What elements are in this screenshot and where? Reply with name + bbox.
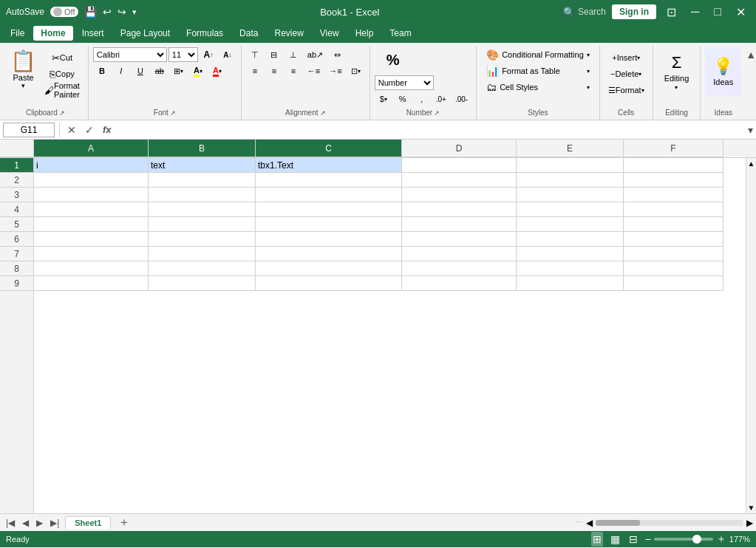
font-expander[interactable]: ↗ (170, 109, 176, 117)
editing-button[interactable]: Σ Editing ▾ (658, 47, 696, 96)
delete-button[interactable]: − Delete ▾ (605, 66, 648, 81)
cell-reference-input[interactable] (3, 123, 55, 137)
col-header-c[interactable]: C (256, 140, 402, 157)
cell-e6[interactable] (517, 232, 624, 247)
right-align-button[interactable]: ≡ (285, 64, 302, 78)
signin-button[interactable]: Sign in (612, 4, 656, 19)
scroll-down-button[interactable]: ▼ (746, 502, 756, 513)
cell-b1[interactable]: text (149, 158, 256, 173)
row-number-5[interactable]: 5 (0, 217, 33, 232)
format-button[interactable]: ☰ Format ▾ (605, 83, 648, 97)
redo-icon[interactable]: ↪ (118, 6, 126, 18)
cell-a4[interactable] (34, 202, 149, 217)
tab-next-button[interactable]: ▶ (33, 516, 46, 530)
formula-input[interactable] (118, 123, 745, 137)
cell-e3[interactable] (517, 188, 624, 202)
cell-b3[interactable] (149, 188, 256, 202)
search-bar[interactable]: 🔍 Search (563, 7, 606, 18)
bottom-align-button[interactable]: ⊥ (285, 47, 302, 62)
cell-a8[interactable] (34, 261, 149, 276)
menu-file[interactable]: File (3, 26, 32, 41)
cell-a3[interactable] (34, 188, 149, 202)
cell-f7[interactable] (624, 247, 723, 261)
clipboard-expander[interactable]: ↗ (59, 109, 65, 117)
row-number-1[interactable]: 1 (0, 158, 33, 173)
wrap-text-button[interactable]: ⇔ (328, 47, 346, 62)
horizontal-scroll-track[interactable] (596, 520, 743, 526)
close-icon[interactable]: ✕ (732, 4, 750, 21)
underline-button[interactable]: U (132, 64, 149, 78)
corner-select-all[interactable] (0, 140, 34, 157)
ideas-button[interactable]: 💡 Ideas (705, 47, 741, 96)
cell-a2[interactable] (34, 173, 149, 188)
top-align-button[interactable]: ⊤ (246, 47, 264, 62)
cell-d9[interactable] (402, 276, 517, 291)
row-number-4[interactable]: 4 (0, 202, 33, 217)
font-name-select[interactable]: Calibri (93, 47, 167, 62)
zoom-slider-thumb[interactable] (692, 535, 701, 544)
quick-access-more[interactable]: ▾ (132, 7, 137, 17)
cell-e4[interactable] (517, 202, 624, 217)
cell-c9[interactable] (256, 276, 402, 291)
save-icon[interactable]: 💾 (84, 6, 97, 18)
zoom-slider[interactable] (654, 538, 713, 541)
cell-f5[interactable] (624, 217, 723, 232)
cell-f3[interactable] (624, 188, 723, 202)
orientation-button[interactable]: ab↗ (304, 47, 327, 62)
row-number-2[interactable]: 2 (0, 173, 33, 188)
zoom-level[interactable]: 177% (729, 535, 750, 544)
font-size-select[interactable]: 11 (168, 47, 198, 62)
col-header-a[interactable]: A (34, 140, 149, 157)
cell-a1[interactable]: i (34, 158, 149, 173)
cell-a6[interactable] (34, 232, 149, 247)
cell-a7[interactable] (34, 247, 149, 261)
alignment-expander[interactable]: ↗ (320, 109, 326, 117)
borders-button[interactable]: ⊞ ▾ (170, 64, 188, 78)
format-as-table-button[interactable]: 📊 Format as Table ▾ (481, 64, 595, 78)
delete-dropdown[interactable]: ▾ (638, 71, 641, 78)
ribbon-collapse-button[interactable]: ▲ (746, 49, 756, 61)
font-color-button[interactable]: A ▾ (208, 64, 226, 78)
cell-a5[interactable] (34, 217, 149, 232)
insert-button[interactable]: + Insert ▾ (605, 50, 648, 65)
formula-expand-button[interactable]: ▾ (748, 124, 753, 136)
number-expander[interactable]: ↗ (434, 109, 440, 117)
increase-font-size-button[interactable]: A↑ (200, 47, 217, 62)
cancel-edit-button[interactable]: ✕ (64, 124, 79, 136)
row-number-9[interactable]: 9 (0, 276, 33, 291)
increase-decimal-button[interactable]: .0+ (432, 92, 450, 106)
bold-button[interactable]: B (93, 64, 111, 78)
cell-e2[interactable] (517, 173, 624, 188)
cell-f9[interactable] (624, 276, 723, 291)
cell-e8[interactable] (517, 261, 624, 276)
decrease-font-size-button[interactable]: A↓ (219, 47, 236, 62)
cell-b8[interactable] (149, 261, 256, 276)
menu-insert[interactable]: Insert (75, 26, 112, 41)
fill-color-button[interactable]: A ▾ (189, 64, 207, 78)
menu-data[interactable]: Data (232, 26, 265, 41)
fill-color-dropdown[interactable]: ▾ (200, 68, 202, 75)
restore-window-icon[interactable]: ⊡ (662, 4, 681, 21)
cell-c2[interactable] (256, 173, 402, 188)
cell-d7[interactable] (402, 247, 517, 261)
cell-b9[interactable] (149, 276, 256, 291)
cell-styles-button[interactable]: 🗂 Cell Styles ▾ (481, 80, 595, 95)
cell-b2[interactable] (149, 173, 256, 188)
cell-e5[interactable] (517, 217, 624, 232)
row-number-8[interactable]: 8 (0, 261, 33, 276)
left-align-button[interactable]: ≡ (246, 64, 264, 78)
cell-c5[interactable] (256, 217, 402, 232)
zoom-out-button[interactable]: − (645, 533, 651, 545)
number-format-button[interactable]: % (375, 49, 412, 71)
cell-c4[interactable] (256, 202, 402, 217)
comma-button[interactable]: , (413, 92, 431, 106)
scroll-right-button[interactable]: ▶ (746, 518, 753, 528)
horizontal-scroll-thumb[interactable] (596, 520, 640, 526)
row-number-6[interactable]: 6 (0, 232, 33, 247)
page-break-view-button[interactable]: ⊟ (627, 532, 639, 547)
percent-button[interactable]: % (394, 92, 412, 106)
menu-home[interactable]: Home (33, 26, 72, 41)
row-number-7[interactable]: 7 (0, 247, 33, 261)
merge-dropdown[interactable]: ▾ (358, 68, 361, 75)
cell-d4[interactable] (402, 202, 517, 217)
